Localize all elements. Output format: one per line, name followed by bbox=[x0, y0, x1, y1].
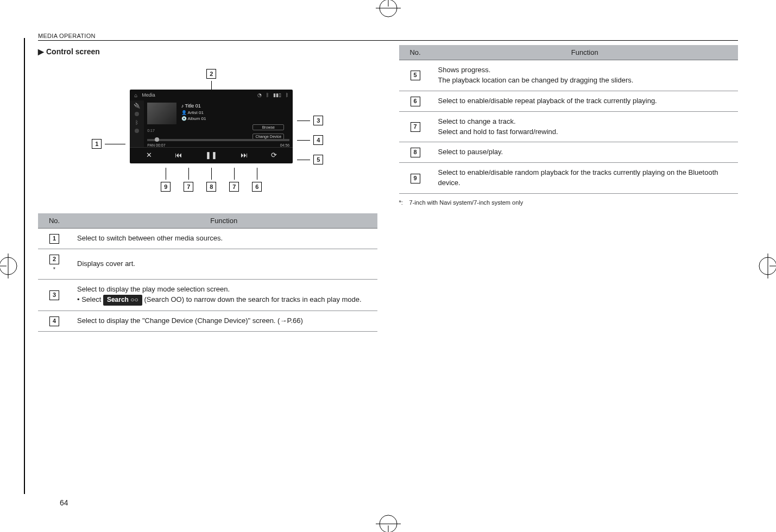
function-table-left: No. Function 1 Select to switch between … bbox=[38, 213, 377, 332]
track-title: Title 01 bbox=[185, 103, 201, 109]
callout-5: 5 bbox=[297, 155, 323, 164]
callout-7b: 7 bbox=[229, 168, 239, 192]
row-bullet-after: (Search OO) to narrow down the search fo… bbox=[142, 295, 362, 303]
total-time: 04:56 bbox=[280, 143, 290, 147]
row-number: 5 bbox=[411, 71, 420, 80]
crop-mark-top bbox=[376, 0, 401, 21]
table-row: 5 Shows progress. The playback location … bbox=[399, 60, 739, 91]
header-text: MEDIA OPERATION bbox=[38, 33, 96, 39]
callout-7a: 7 bbox=[184, 168, 193, 192]
row-desc: Select to display the play mode selectio… bbox=[71, 279, 377, 311]
side-bt-icon: ᛒ bbox=[135, 119, 138, 125]
row-number: 3 bbox=[49, 290, 59, 300]
elapsed-time: 00:07 bbox=[156, 143, 166, 147]
cover-art bbox=[147, 103, 176, 124]
row-line1: Select to display the play mode selectio… bbox=[77, 285, 230, 293]
bluetooth-icon-2: ᛒ bbox=[286, 92, 288, 98]
time-micro: 0:17 bbox=[147, 129, 155, 132]
footnote: *: 7-inch with Navi system/7-inch system… bbox=[399, 199, 739, 206]
pan-label: PAN bbox=[147, 143, 155, 147]
footnote-text: 7-inch with Navi system/7-inch system on… bbox=[409, 199, 523, 206]
media-screen-mock: ⌂ Media ◔ ᛒ ▮▮▯ ᛒ 🔌 ᛒ bbox=[130, 90, 293, 163]
footnote-symbol: *: bbox=[399, 199, 408, 206]
leader-line bbox=[297, 160, 310, 160]
browse-button: Browse bbox=[253, 124, 284, 130]
leader-line bbox=[297, 140, 310, 141]
table-row: 6 Select to enable/disable repeat playba… bbox=[399, 91, 739, 111]
row-desc: Select to change a track. Select and hol… bbox=[432, 111, 739, 142]
table-row: 4 Select to display the "Change Device (… bbox=[38, 311, 377, 332]
callout-1: 1 bbox=[92, 139, 125, 149]
row-desc: Shows progress. The playback location ca… bbox=[432, 60, 739, 91]
crop-mark-left bbox=[0, 254, 21, 278]
row-number: 1 bbox=[49, 234, 59, 244]
clock-icon: ◔ bbox=[257, 92, 262, 98]
table-row: 9 Select to enable/disable random playba… bbox=[399, 163, 739, 194]
callout-box: 3 bbox=[313, 116, 323, 125]
table-row: 3 Select to display the play mode select… bbox=[38, 279, 377, 311]
shuffle-icon: ✕ bbox=[146, 151, 152, 159]
th-no: No. bbox=[399, 45, 432, 60]
row-number: 6 bbox=[411, 97, 420, 106]
callout-6: 6 bbox=[252, 168, 262, 192]
section-title: ▶Control screen bbox=[38, 47, 377, 56]
callout-box: 4 bbox=[313, 135, 323, 145]
page-number: 64 bbox=[60, 498, 68, 507]
track-artist: Artist 01 bbox=[188, 110, 204, 115]
th-no: No. bbox=[38, 213, 71, 229]
row-number: 8 bbox=[411, 148, 420, 157]
row-number: 7 bbox=[411, 122, 420, 132]
th-function: Function bbox=[432, 45, 739, 60]
screenshot-figure: 1 2 ⌂ Media ◔ ᛒ bbox=[38, 69, 377, 192]
callout-box: 8 bbox=[206, 182, 216, 192]
callout-box: 5 bbox=[313, 155, 323, 164]
side-dot-icon bbox=[135, 112, 139, 116]
callout-4: 4 bbox=[297, 135, 323, 145]
row-star: * bbox=[45, 265, 64, 274]
table-row: 8 Select to pause/play. bbox=[399, 142, 739, 163]
prev-track-icon: ⏮ bbox=[175, 151, 182, 159]
progress-bar bbox=[147, 139, 289, 141]
callout-box: 6 bbox=[252, 182, 262, 192]
play-pause-icon: ❚❚ bbox=[205, 151, 217, 159]
callout-9: 9 bbox=[161, 168, 171, 192]
table-row: 2 * Displays cover art. bbox=[38, 249, 377, 279]
row-desc: Select to enable/disable repeat playback… bbox=[432, 91, 739, 111]
signal-icon: ▮▮▯ bbox=[273, 92, 281, 98]
callout-box: 9 bbox=[161, 182, 171, 192]
home-icon: ⌂ bbox=[134, 92, 137, 98]
repeat-icon: ⟳ bbox=[271, 151, 277, 159]
callout-2: 2 bbox=[206, 69, 216, 79]
callout-3: 3 bbox=[297, 116, 323, 125]
callout-box: 7 bbox=[229, 182, 239, 192]
callout-box: 2 bbox=[206, 69, 216, 79]
bluetooth-icon: ᛒ bbox=[266, 92, 269, 98]
callout-box: 7 bbox=[184, 182, 193, 192]
binding-spine bbox=[24, 38, 25, 494]
screen-nav-label: Media bbox=[142, 92, 155, 98]
callout-box: 1 bbox=[92, 139, 102, 149]
row-desc: Select to switch between other media sou… bbox=[71, 229, 377, 249]
side-dot-icon bbox=[135, 129, 139, 133]
running-header: MEDIA OPERATION bbox=[38, 33, 738, 41]
crop-mark-right bbox=[755, 254, 776, 278]
row-desc: Select to display the "Change Device (Ch… bbox=[71, 311, 377, 332]
section-title-text: Control screen bbox=[46, 47, 100, 56]
row-desc: Select to pause/play. bbox=[432, 142, 739, 163]
leader-line bbox=[297, 121, 310, 121]
triangle-icon: ▶ bbox=[38, 47, 44, 56]
search-pill: Search ○○ bbox=[103, 295, 142, 306]
row-desc: Select to enable/disable random playback… bbox=[432, 163, 739, 194]
row-bullet-prefix: • Select bbox=[77, 295, 103, 303]
table-row: 7 Select to change a track. Select and h… bbox=[399, 111, 739, 142]
table-row: 1 Select to switch between other media s… bbox=[38, 229, 377, 249]
row-number: 9 bbox=[411, 174, 420, 183]
row-number: 4 bbox=[49, 316, 59, 326]
row-number: 2 bbox=[49, 255, 59, 264]
crop-mark-bottom bbox=[376, 511, 401, 532]
leader-line bbox=[105, 144, 125, 144]
next-track-icon: ⏭ bbox=[241, 151, 248, 159]
row-desc: Displays cover art. bbox=[71, 249, 377, 279]
th-function: Function bbox=[71, 213, 377, 229]
function-table-right: No. Function 5 Shows progress. The playb… bbox=[399, 45, 739, 194]
